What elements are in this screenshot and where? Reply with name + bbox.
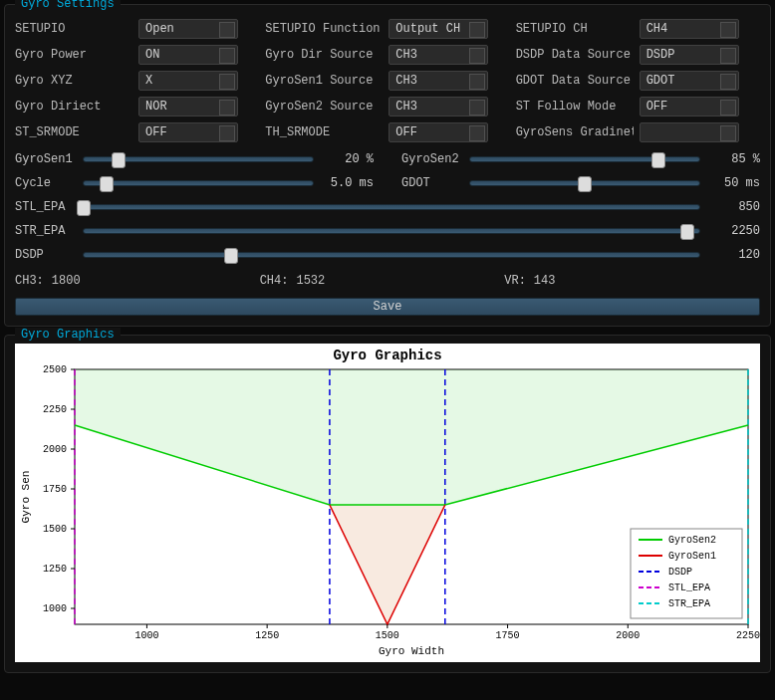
setupio-fn-label: SETUPIO Function (265, 22, 383, 36)
chart-area: Gyro Graphics 10001250150017502000225010… (15, 344, 760, 662)
setupio-label: SETUPIO (15, 22, 132, 36)
xyz-label: Gyro XYZ (15, 74, 132, 88)
svg-text:GyroSen2: GyroSen2 (668, 535, 716, 546)
setupio-select[interactable]: Open (138, 19, 238, 39)
st-sr-select[interactable]: OFF (138, 122, 238, 142)
dsdp-label: DSDP (15, 248, 73, 262)
svg-text:Gyro Sen: Gyro Sen (20, 471, 32, 524)
gdot-src-label: GDOT Data Source (516, 74, 634, 88)
svg-text:GyroSen1: GyroSen1 (668, 551, 716, 562)
xyz-select[interactable]: X (138, 71, 238, 91)
gdot-src-select[interactable]: GDOT (640, 71, 739, 91)
setupio-ch-select[interactable]: CH4 (640, 19, 739, 39)
sen2-src-label: GyroSen2 Source (265, 100, 383, 114)
th-sr-select[interactable]: OFF (388, 122, 488, 142)
gyrosen1-slider[interactable] (83, 156, 314, 162)
gdot-label: GDOT (401, 176, 459, 190)
dsdp-src-select[interactable]: DSDP (640, 45, 739, 65)
stl-epa-value: 850 (710, 200, 760, 214)
svg-text:2500: 2500 (43, 364, 67, 375)
svg-text:STL_EPA: STL_EPA (668, 583, 710, 593)
svg-text:1500: 1500 (43, 524, 67, 535)
str-epa-value: 2250 (710, 224, 760, 238)
cycle-slider[interactable] (83, 180, 314, 186)
dsdp-slider[interactable] (83, 252, 700, 258)
gdot-value: 50 ms (710, 176, 760, 190)
gdot-slider[interactable] (469, 180, 700, 186)
svg-text:1000: 1000 (43, 603, 67, 614)
dsdp-value: 120 (710, 248, 760, 262)
setupio-ch-label: SETUPIO CH (516, 22, 634, 36)
dsdp-src-label: DSDP Data Source (516, 48, 634, 62)
svg-text:2000: 2000 (43, 444, 67, 455)
grad-select[interactable] (640, 122, 739, 142)
ch3-label: CH3: (15, 274, 44, 288)
sen1-src-select[interactable]: CH3 (388, 71, 488, 91)
svg-text:2000: 2000 (616, 630, 640, 641)
vr-label: VR: (504, 274, 526, 288)
gyrosen1-label: GyroSen1 (15, 152, 73, 166)
str-epa-label: STR_EPA (15, 224, 73, 238)
ch3-value: 1800 (52, 274, 81, 288)
gyro-settings-title: Gyro Settings (15, 0, 121, 11)
setupio-fn-select[interactable]: Output CH (388, 19, 488, 39)
svg-text:STR_EPA: STR_EPA (668, 598, 710, 609)
svg-text:1750: 1750 (496, 630, 520, 641)
follow-label: ST Follow Mode (516, 100, 634, 114)
svg-text:2250: 2250 (43, 404, 67, 415)
follow-select[interactable]: OFF (640, 97, 739, 117)
grad-label: GyroSens Gradinet (516, 125, 634, 139)
st-sr-label: ST_SRMODE (15, 125, 132, 139)
ch4-label: CH4: (260, 274, 289, 288)
chart-svg: 1000125015001750200022501000125015001750… (15, 363, 760, 658)
ch4-value: 1532 (296, 274, 325, 288)
chart-title: Gyro Graphics (15, 344, 760, 363)
power-select[interactable]: ON (138, 45, 238, 65)
svg-text:Gyro Width: Gyro Width (379, 645, 444, 657)
gyrosen1-value: 20 % (324, 152, 374, 166)
sen2-src-select[interactable]: CH3 (388, 97, 488, 117)
gyro-graphics-panel: Gyro Graphics Gyro Graphics 100012501500… (4, 335, 771, 673)
gyro-graphics-title: Gyro Graphics (15, 328, 121, 342)
stl-epa-label: STL_EPA (15, 200, 73, 214)
direct-select[interactable]: NOR (138, 97, 238, 117)
svg-text:1250: 1250 (255, 630, 279, 641)
direct-label: Gyro Diriect (15, 100, 132, 114)
gyrosen2-slider[interactable] (469, 156, 700, 162)
sen1-src-label: GyroSen1 Source (265, 74, 383, 88)
svg-text:DSDP: DSDP (668, 567, 692, 578)
svg-text:1500: 1500 (376, 630, 399, 641)
save-button[interactable]: Save (15, 298, 760, 316)
svg-text:1000: 1000 (134, 630, 158, 641)
gyro-settings-panel: Gyro Settings SETUPIO Open SETUPIO Funct… (4, 4, 771, 327)
svg-text:2250: 2250 (736, 630, 760, 641)
stl-epa-slider[interactable] (83, 204, 700, 210)
gyrosen2-label: GyroSen2 (401, 152, 459, 166)
svg-text:1750: 1750 (43, 484, 67, 495)
cycle-label: Cycle (15, 176, 73, 190)
dir-src-label: Gyro Dir Source (265, 48, 383, 62)
svg-text:1250: 1250 (43, 564, 67, 575)
cycle-value: 5.0 ms (324, 176, 374, 190)
th-sr-label: TH_SRMODE (265, 125, 383, 139)
dir-src-select[interactable]: CH3 (388, 45, 488, 65)
gyrosen2-value: 85 % (710, 152, 760, 166)
str-epa-slider[interactable] (83, 228, 700, 234)
vr-value: 143 (534, 274, 556, 288)
power-label: Gyro Power (15, 48, 132, 62)
